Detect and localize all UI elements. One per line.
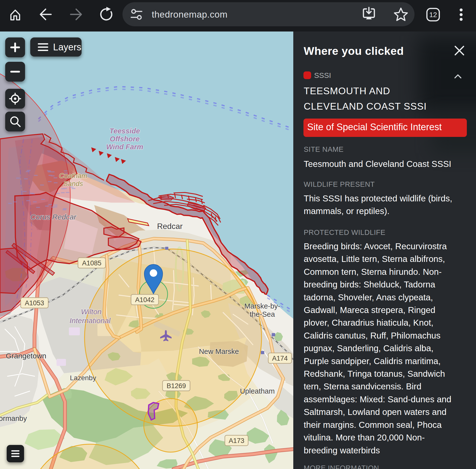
- svg-text:12: 12: [429, 11, 437, 19]
- svg-text:Upleatham: Upleatham: [240, 387, 275, 395]
- svg-text:International: International: [69, 316, 111, 325]
- svg-text:Grangetown: Grangetown: [6, 352, 46, 360]
- svg-text:ormanby: ormanby: [0, 414, 27, 422]
- svg-text:the-Sea: the-Sea: [250, 310, 275, 318]
- svg-text:Coatham: Coatham: [59, 172, 87, 180]
- svg-text:Redcar: Redcar: [157, 222, 183, 231]
- svg-text:A1085: A1085: [82, 259, 101, 267]
- svg-text:Wilton: Wilton: [81, 308, 101, 316]
- svg-text:New Marske: New Marske: [199, 347, 239, 355]
- svg-text:A174: A174: [272, 355, 288, 362]
- svg-text:Layers: Layers: [53, 42, 81, 52]
- svg-text:Corus Redcar: Corus Redcar: [30, 213, 76, 221]
- svg-text:Offshore: Offshore: [110, 135, 140, 143]
- svg-text:Lazenby: Lazenby: [70, 374, 96, 382]
- svg-text:Marske-by-: Marske-by-: [244, 302, 280, 310]
- svg-text:A1053: A1053: [25, 299, 44, 307]
- svg-text:A1042: A1042: [135, 296, 154, 304]
- svg-text:A173: A173: [229, 437, 244, 444]
- svg-text:Sands: Sands: [63, 180, 83, 188]
- svg-text:Teesside: Teesside: [109, 127, 140, 135]
- svg-text:Wind Farm: Wind Farm: [106, 143, 143, 151]
- svg-text:B1269: B1269: [167, 382, 186, 390]
